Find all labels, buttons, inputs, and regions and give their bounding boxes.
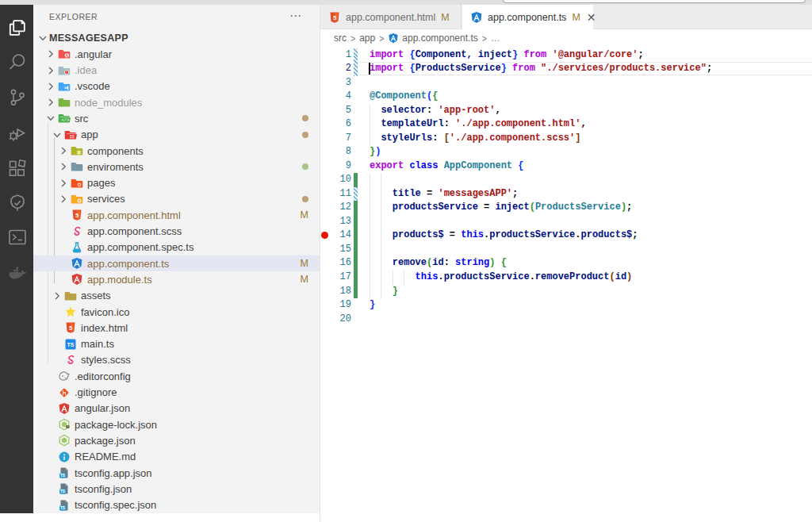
svg-text:A: A [65,53,68,58]
svg-text:5: 5 [69,324,72,332]
svg-text:TS: TS [60,474,66,478]
svg-text:</>: </> [62,118,71,124]
svg-text:TS: TS [60,490,66,494]
svg-text:TS: TS [60,506,66,510]
svg-text:TS: TS [67,342,75,347]
svg-text:5: 5 [75,212,79,219]
svg-text:5: 5 [333,13,336,21]
